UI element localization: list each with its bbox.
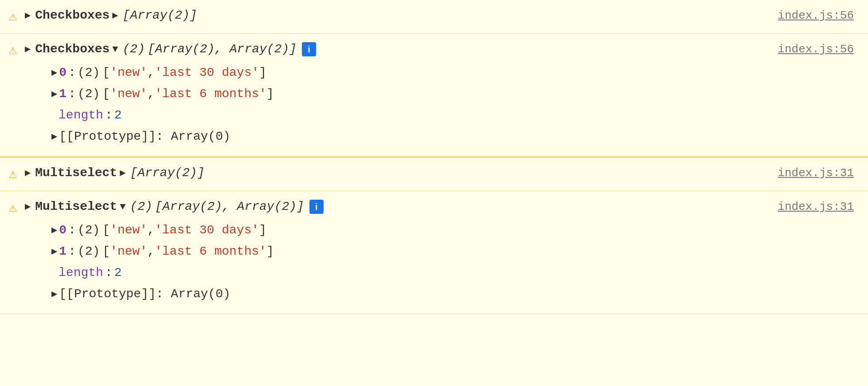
index-num: 0	[59, 221, 66, 240]
info-badge[interactable]: i	[302, 42, 316, 56]
bracket-close: ]	[259, 221, 266, 240]
length-label: length	[59, 264, 103, 282]
log-content: Checkboxes [Array(2)]	[25, 6, 769, 25]
paren-count: (2)	[78, 63, 100, 82]
collapse-arrow[interactable]	[112, 42, 118, 57]
log-entry-multiselect-collapsed: ⚠ Multiselect [Array(2)] index.js:31	[0, 158, 868, 191]
colon: :	[68, 221, 76, 240]
paren-count: (2)	[78, 85, 100, 103]
item-arrow[interactable]	[51, 244, 57, 259]
paren-count: (2)	[78, 242, 100, 261]
item-value-0: 'new'	[110, 63, 147, 82]
info-badge[interactable]: i	[309, 200, 324, 214]
log-content: Multiselect [Array(2)]	[25, 164, 769, 182]
length-line: length : 2	[34, 105, 769, 126]
bracket-open: [	[102, 85, 110, 103]
bracket-open: [	[102, 63, 110, 82]
comma: ,	[147, 221, 155, 240]
bracket-close: ]	[266, 85, 274, 103]
entry-label: Checkboxes	[35, 40, 109, 59]
colon: :	[105, 106, 113, 125]
index-num: 0	[59, 63, 66, 82]
item-value-1: 'last 30 days'	[155, 221, 259, 240]
bracket-close: ]	[266, 242, 274, 261]
index-num: 1	[59, 85, 66, 103]
array-item-1: 1 : (2) [ 'new' , 'last 6 months' ]	[34, 241, 769, 262]
comma: ,	[147, 242, 155, 261]
item-value-0: 'new'	[110, 242, 147, 261]
log-line: Multiselect [Array(2)]	[25, 164, 769, 182]
warning-icon: ⚠	[9, 7, 17, 27]
file-link[interactable]: index.js:31	[778, 164, 854, 182]
expanded-content: 0 : (2) [ 'new' , 'last 30 days' ] 1 :	[34, 220, 769, 305]
log-left: ⚠ Checkboxes (2) [Array(2), Array(2)] i …	[9, 40, 769, 147]
log-line: Checkboxes (2) [Array(2), Array(2)] i	[25, 40, 769, 59]
array-item-0: 0 : (2) [ 'new' , 'last 30 days' ]	[34, 62, 769, 83]
log-content: Checkboxes (2) [Array(2), Array(2)] i 0 …	[25, 40, 769, 147]
log-line: Multiselect (2) [Array(2), Array(2)] i	[25, 197, 769, 216]
length-label: length	[59, 106, 103, 125]
log-line: Checkboxes [Array(2)]	[25, 6, 769, 25]
item-value-0: 'new'	[110, 85, 147, 103]
array-value: [Array(2), Array(2)]	[155, 197, 304, 216]
file-link[interactable]: index.js:56	[778, 6, 854, 24]
log-left: ⚠ Multiselect [Array(2)]	[9, 164, 769, 185]
length-value: 2	[114, 264, 122, 282]
item-value-1: 'last 6 months'	[155, 242, 266, 261]
expand-arrow[interactable]	[25, 166, 31, 181]
count-text: (2)	[123, 40, 145, 59]
colon: :	[105, 264, 113, 282]
index-num: 1	[59, 242, 66, 261]
prototype-line: [[Prototype]]: Array(0)	[34, 284, 769, 305]
entry-label: Multiselect	[35, 197, 117, 216]
bracket-open: [	[102, 242, 110, 261]
paren-count: (2)	[78, 221, 100, 240]
comma: ,	[147, 63, 155, 82]
colon: :	[68, 242, 76, 261]
item-arrow[interactable]	[51, 66, 57, 80]
expand-arrow[interactable]	[25, 8, 31, 23]
log-left: ⚠ Multiselect (2) [Array(2), Array(2)] i…	[9, 197, 769, 305]
inner-arrow[interactable]	[112, 8, 118, 23]
prototype-line: [[Prototype]]: Array(0)	[34, 126, 769, 147]
bracket-open: [	[102, 221, 110, 240]
log-entry-multiselect-expanded: ⚠ Multiselect (2) [Array(2), Array(2)] i…	[0, 191, 868, 314]
prototype-label: [[Prototype]]: Array(0)	[59, 127, 230, 146]
log-left: ⚠ Checkboxes [Array(2)]	[9, 6, 769, 27]
entry-label: Multiselect	[35, 164, 117, 182]
log-entry-checkboxes-collapsed: ⚠ Checkboxes [Array(2)] index.js:56	[0, 0, 868, 34]
entry-value: [Array(2)]	[130, 164, 204, 182]
item-value-1: 'last 30 days'	[155, 63, 259, 82]
length-value: 2	[114, 106, 122, 125]
file-link[interactable]: index.js:56	[778, 40, 854, 58]
expanded-content: 0 : (2) [ 'new' , 'last 30 days' ] 1 :	[34, 62, 769, 147]
file-link[interactable]: index.js:31	[778, 197, 854, 216]
array-item-1: 1 : (2) [ 'new' , 'last 6 months' ]	[34, 83, 769, 105]
array-value: [Array(2), Array(2)]	[148, 40, 297, 59]
entry-value: [Array(2)]	[123, 6, 197, 25]
comma: ,	[147, 85, 155, 103]
inner-arrow[interactable]	[120, 166, 125, 181]
prototype-label: [[Prototype]]: Array(0)	[59, 285, 230, 303]
item-value-0: 'new'	[110, 221, 147, 240]
item-arrow[interactable]	[51, 87, 57, 102]
colon: :	[68, 85, 76, 103]
log-entry-checkboxes-expanded: ⚠ Checkboxes (2) [Array(2), Array(2)] i …	[0, 34, 868, 157]
item-value-1: 'last 6 months'	[155, 85, 266, 103]
expand-arrow[interactable]	[25, 200, 31, 214]
console-panel: ⚠ Checkboxes [Array(2)] index.js:56 ⚠ Ch…	[0, 0, 868, 386]
item-arrow[interactable]	[51, 223, 57, 238]
entry-label: Checkboxes	[35, 6, 109, 25]
collapse-arrow[interactable]	[120, 200, 125, 214]
array-item-0: 0 : (2) [ 'new' , 'last 30 days' ]	[34, 220, 769, 241]
warning-icon: ⚠	[9, 41, 17, 61]
warning-icon: ⚠	[9, 198, 17, 218]
log-content: Multiselect (2) [Array(2), Array(2)] i 0…	[25, 197, 769, 305]
count-text: (2)	[130, 197, 152, 216]
warning-icon: ⚠	[9, 165, 17, 185]
proto-arrow[interactable]	[51, 287, 57, 302]
length-line: length : 2	[34, 262, 769, 284]
proto-arrow[interactable]	[51, 130, 57, 144]
expand-arrow[interactable]	[25, 42, 31, 57]
bracket-close: ]	[259, 63, 266, 82]
